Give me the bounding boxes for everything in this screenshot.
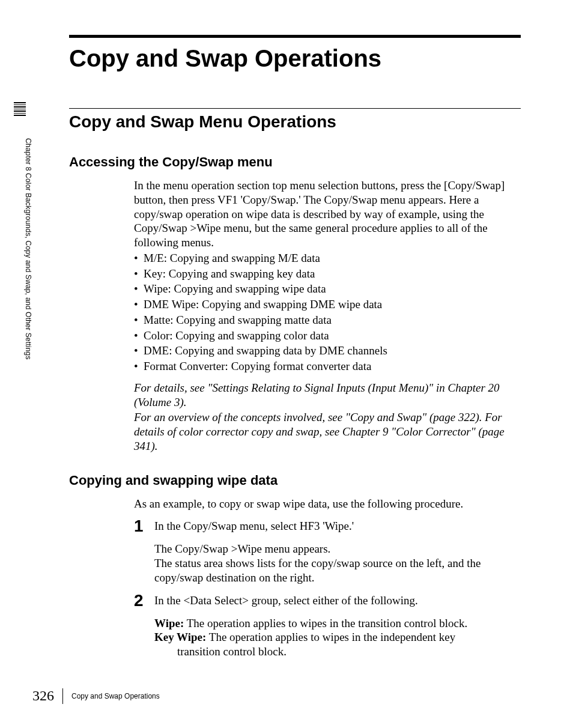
list-item: Format Converter: Copying format convert… [134, 359, 521, 374]
top-rule [69, 35, 521, 38]
step-2: 2 In the <Data Select> group, select eit… [134, 593, 521, 609]
section-heading: Copy and Swap Menu Operations [69, 112, 521, 132]
section-rule [69, 108, 521, 109]
subsection-heading-copying: Copying and swapping wipe data [69, 473, 521, 488]
list-item: DME Wipe: Copying and swapping DME wipe … [134, 297, 521, 312]
footer-text: Copy and Swap Operations [71, 692, 160, 700]
intro-paragraph: In the menu operation section top menu s… [134, 178, 521, 250]
example-intro: As an example, to copy or swap wipe data… [134, 497, 521, 511]
page-number: 326 [32, 688, 54, 704]
step-number: 1 [134, 518, 154, 535]
list-item: Color: Copying and swapping color data [134, 329, 521, 343]
step-number: 2 [134, 592, 154, 609]
def-key-wipe-cont: transition control block. [177, 645, 521, 659]
step-1-detail: The Copy/Swap >Wipe menu appears. The st… [154, 542, 521, 584]
page-title: Copy and Swap Operations [69, 45, 521, 72]
list-item: Matte: Copying and swapping matte data [134, 313, 521, 327]
footer: 326 Copy and Swap Operations [32, 688, 160, 704]
def-wipe: Wipe: The operation applies to wipes in … [154, 616, 521, 631]
def-key-wipe: Key Wipe: The operation applies to wipes… [154, 630, 521, 645]
margin-tab-icon [14, 102, 26, 138]
list-item: Wipe: Copying and swapping wipe data [134, 282, 521, 296]
footer-divider [62, 688, 63, 704]
list-item: Key: Copying and swapping key data [134, 267, 521, 281]
step-2-line: In the <Data Select> group, select eithe… [154, 593, 521, 608]
vertical-chapter-label: Chapter 8 Color Backgrounds, Copy and Sw… [24, 138, 32, 360]
step-1: 1 In the Copy/Swap menu, select HF3 'Wip… [134, 519, 521, 535]
note-details: For details, see "Settings Relating to S… [134, 381, 521, 410]
list-item: M/E: Copying and swapping M/E data [134, 251, 521, 265]
note-overview: For an overview of the concepts involved… [134, 410, 521, 453]
list-item: DME: Copying and swapping data by DME ch… [134, 344, 521, 358]
step-2-definitions: Wipe: The operation applies to wipes in … [154, 616, 521, 659]
subsection-heading-accessing: Accessing the Copy/Swap menu [69, 154, 521, 170]
menu-list: M/E: Copying and swapping M/E data Key: … [134, 251, 521, 374]
step-1-line: In the Copy/Swap menu, select HF3 'Wipe.… [154, 519, 521, 533]
